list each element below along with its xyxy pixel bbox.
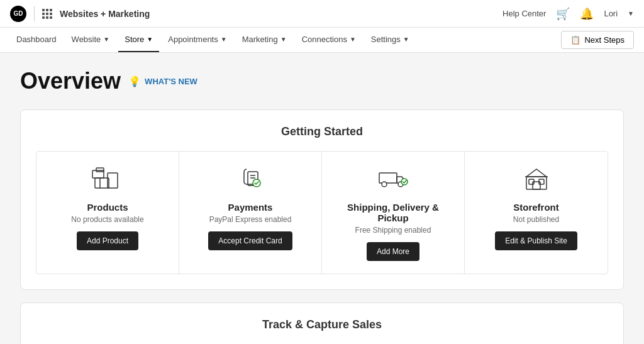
cart-icon[interactable]: 🛒 (556, 7, 570, 21)
getting-started-title: Getting Started (36, 125, 608, 138)
storefront-label: Storefront (513, 202, 559, 213)
products-icon (91, 164, 124, 196)
add-product-button[interactable]: Add Product (77, 231, 138, 250)
payments-label: Payments (228, 202, 273, 213)
accept-credit-card-button[interactable]: Accept Credit Card (208, 231, 292, 250)
help-center-link[interactable]: Help Center (502, 9, 546, 18)
connections-arrow-icon: ▼ (350, 36, 356, 43)
main-content: Overview 💡 WHAT'S NEW Getting Started (0, 53, 644, 344)
svg-point-12 (401, 179, 408, 185)
add-more-button[interactable]: Add More (367, 242, 419, 261)
top-bar: GD Websites + Marketing Help Center 🛒 🔔 … (0, 0, 644, 28)
products-sub: No products available (71, 215, 143, 224)
gs-item-products: Products No products available Add Produ… (36, 152, 179, 274)
products-label: Products (87, 202, 128, 213)
payments-sub: PayPal Express enabled (209, 215, 292, 224)
user-chevron-icon: ▼ (628, 10, 634, 17)
logo-icon: GD (10, 6, 26, 22)
nav-links: Dashboard Website ▼ Store ▼ Appointments… (10, 28, 416, 52)
getting-started-grid: Products No products available Add Produ… (36, 151, 608, 274)
notifications-icon[interactable]: 🔔 (580, 7, 594, 21)
brand-name: Websites + Marketing (60, 9, 150, 19)
next-steps-icon: 📋 (570, 35, 580, 45)
vertical-divider (34, 6, 35, 21)
top-bar-left: GD Websites + Marketing (10, 6, 150, 22)
nav-marketing[interactable]: Marketing ▼ (236, 28, 293, 52)
shipping-sub: Free Shipping enabled (355, 226, 431, 235)
getting-started-card: Getting Started Products No products ava… (20, 109, 624, 290)
storefront-icon (520, 164, 553, 196)
website-arrow-icon: ▼ (103, 36, 109, 43)
svg-rect-13 (526, 177, 547, 189)
nav-website[interactable]: Website ▼ (65, 28, 116, 52)
grid-icon[interactable] (42, 9, 52, 19)
user-name[interactable]: Lori (604, 9, 618, 18)
svg-point-10 (382, 182, 387, 187)
edit-publish-site-button[interactable]: Edit & Publish Site (495, 231, 577, 250)
next-steps-button[interactable]: 📋 Next Steps (561, 31, 634, 49)
storefront-sub: Not published (513, 215, 559, 224)
svg-rect-1 (96, 168, 104, 172)
godaddy-logo: GD (10, 6, 26, 22)
store-arrow-icon: ▼ (147, 36, 153, 43)
page-title-area: Overview 💡 WHAT'S NEW (20, 68, 624, 94)
gs-item-payments: Payments PayPal Express enabled Accept C… (179, 152, 322, 274)
track-capture-title: Track & Capture Sales (36, 318, 608, 331)
whats-new-button[interactable]: 💡 WHAT'S NEW (128, 75, 197, 87)
shipping-label: Shipping, Delivery & Pickup (332, 202, 454, 223)
nav-appointments[interactable]: Appointments ▼ (162, 28, 233, 52)
settings-arrow-icon: ▼ (403, 36, 409, 43)
bulb-icon: 💡 (128, 75, 141, 87)
shipping-icon (377, 164, 409, 196)
svg-rect-2 (95, 178, 109, 188)
top-bar-right: Help Center 🛒 🔔 Lori ▼ (502, 7, 634, 21)
gs-item-shipping: Shipping, Delivery & Pickup Free Shippin… (322, 152, 465, 274)
nav-connections[interactable]: Connections ▼ (296, 28, 362, 52)
appointments-arrow-icon: ▼ (221, 36, 227, 43)
secondary-nav: Dashboard Website ▼ Store ▼ Appointments… (0, 28, 644, 53)
track-capture-card: Track & Capture Sales Set up (20, 302, 624, 344)
nav-store[interactable]: Store ▼ (118, 28, 159, 52)
gs-item-storefront: Storefront Not published Edit & Publish … (465, 152, 608, 274)
nav-dashboard[interactable]: Dashboard (10, 28, 63, 52)
page-title: Overview (20, 68, 121, 94)
logo-text: GD (14, 10, 23, 17)
nav-settings[interactable]: Settings ▼ (365, 28, 416, 52)
marketing-arrow-icon: ▼ (280, 36, 287, 43)
payments-icon (234, 164, 267, 196)
svg-rect-9 (379, 173, 397, 183)
